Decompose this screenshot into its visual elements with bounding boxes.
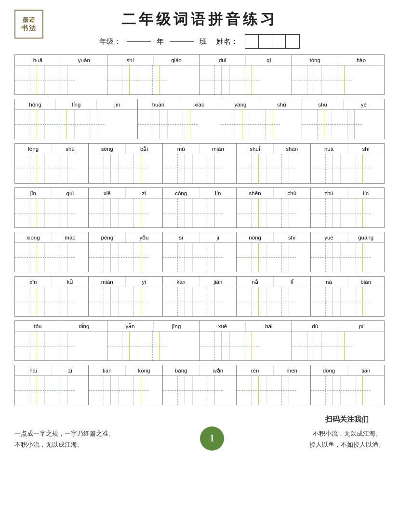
pinyin-row: nóngshì	[237, 232, 310, 243]
char-grid[interactable]	[311, 154, 341, 183]
char-grid[interactable]	[311, 199, 341, 227]
char-grid[interactable]	[266, 243, 296, 272]
char-grid[interactable]	[322, 332, 352, 360]
char-grid[interactable]	[45, 243, 75, 272]
char-grid[interactable]	[119, 287, 148, 316]
char-grid[interactable]	[138, 110, 168, 139]
char-grid[interactable]	[119, 199, 148, 227]
char-grid[interactable]	[237, 199, 266, 227]
class-field[interactable]	[170, 41, 194, 42]
pinyin-row: huāyuán	[15, 55, 107, 66]
char-grid[interactable]	[230, 332, 260, 360]
char-grid[interactable]	[89, 376, 119, 405]
char-grid[interactable]	[15, 243, 45, 272]
char-grid[interactable]	[250, 110, 280, 139]
grids-row	[15, 243, 88, 272]
grids-row	[311, 287, 384, 316]
char-grid[interactable]	[200, 66, 230, 94]
char-grid[interactable]	[163, 287, 193, 316]
char-grid[interactable]	[322, 66, 352, 94]
char-grid[interactable]	[237, 376, 266, 405]
pinyin-label: yuè	[311, 232, 348, 242]
char-grid[interactable]	[193, 376, 223, 405]
char-grid[interactable]	[193, 199, 223, 227]
char-grid[interactable]	[107, 332, 137, 360]
grids-row	[200, 66, 292, 94]
char-grid[interactable]	[237, 287, 266, 316]
pinyin-row: yángshù	[220, 99, 302, 110]
char-grid[interactable]	[163, 243, 193, 272]
char-grid[interactable]	[237, 243, 266, 272]
char-grid[interactable]	[332, 110, 362, 139]
pinyin-label: bàng	[163, 365, 200, 375]
char-grid[interactable]	[193, 154, 223, 183]
char-grid[interactable]	[341, 243, 371, 272]
char-grid[interactable]	[200, 332, 230, 360]
word-group-2-3: shuǐshān	[236, 143, 310, 184]
char-grid[interactable]	[119, 376, 148, 405]
char-grid[interactable]	[266, 154, 296, 183]
pinyin-label: jì	[200, 232, 237, 242]
pinyin-label: nǎ	[237, 277, 274, 287]
char-grid[interactable]	[15, 332, 45, 360]
char-grid[interactable]	[311, 243, 341, 272]
char-grid[interactable]	[137, 66, 167, 94]
practice-row-1: hónglǐngjīnhuānxiàoyángshùshùyè	[14, 99, 385, 139]
char-grid[interactable]	[45, 376, 75, 405]
char-grid[interactable]	[45, 287, 75, 316]
char-grid[interactable]	[230, 66, 260, 94]
name-box[interactable]	[245, 34, 300, 49]
char-grid[interactable]	[119, 243, 148, 272]
char-grid[interactable]	[341, 199, 371, 227]
char-grid[interactable]	[15, 154, 45, 183]
char-grid[interactable]	[89, 243, 119, 272]
char-grid[interactable]	[45, 154, 75, 183]
char-grid[interactable]	[193, 243, 223, 272]
char-grid[interactable]	[193, 287, 223, 316]
char-grid[interactable]	[15, 66, 45, 94]
char-grid[interactable]	[220, 110, 250, 139]
char-grid[interactable]	[163, 199, 193, 227]
char-grid[interactable]	[45, 66, 75, 94]
char-grid[interactable]	[292, 66, 322, 94]
char-grid[interactable]	[292, 332, 322, 360]
char-grid[interactable]	[75, 110, 105, 139]
grids-row	[237, 199, 310, 227]
char-grid[interactable]	[15, 287, 45, 316]
char-grid[interactable]	[137, 332, 167, 360]
char-grid[interactable]	[168, 110, 198, 139]
char-grid[interactable]	[341, 154, 371, 183]
char-grid[interactable]	[45, 199, 75, 227]
pinyin-label: hào	[338, 55, 384, 65]
char-grid[interactable]	[45, 332, 75, 360]
char-grid[interactable]	[163, 376, 193, 405]
char-grid[interactable]	[45, 110, 75, 139]
char-grid[interactable]	[311, 287, 341, 316]
char-grid[interactable]	[341, 376, 371, 405]
practice-row-2: fēngshùsōngbǎimùmiánshuǐshānhuàshí	[14, 143, 385, 184]
grids-row	[311, 154, 384, 183]
char-grid[interactable]	[237, 154, 266, 183]
char-grid[interactable]	[89, 154, 119, 183]
char-grid[interactable]	[311, 376, 341, 405]
char-grid[interactable]	[15, 199, 45, 227]
char-grid[interactable]	[119, 154, 148, 183]
char-grid[interactable]	[266, 376, 296, 405]
char-grid[interactable]	[266, 199, 296, 227]
pinyin-label: xiě	[89, 188, 126, 198]
char-grid[interactable]	[89, 287, 119, 316]
year-field[interactable]	[127, 41, 151, 42]
char-grid[interactable]	[266, 287, 296, 316]
page-number: 1	[200, 426, 224, 451]
pinyin-row: shíqiáo	[107, 55, 200, 66]
pinyin-label: shí	[347, 144, 384, 154]
char-grid[interactable]	[302, 110, 332, 139]
char-grid[interactable]	[15, 376, 45, 405]
char-grid[interactable]	[341, 287, 371, 316]
char-grid[interactable]	[107, 66, 137, 94]
char-grid[interactable]	[163, 154, 193, 183]
grids-row	[89, 243, 162, 272]
pinyin-label: huà	[311, 144, 348, 154]
char-grid[interactable]	[89, 199, 119, 227]
char-grid[interactable]	[15, 110, 45, 139]
